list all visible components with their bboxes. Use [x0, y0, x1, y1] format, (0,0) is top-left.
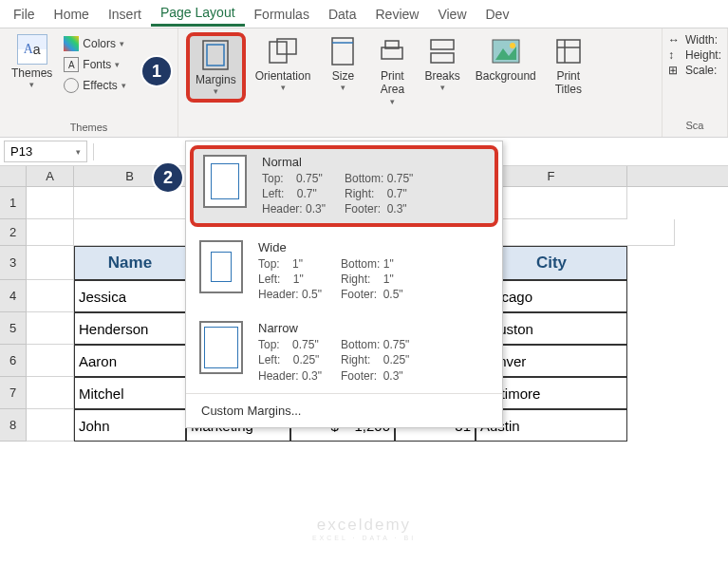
ribbon-tabs: File Home Insert Page Layout Formulas Da… [0, 0, 728, 28]
group-scale: ↔Width: ↕Height: ⊞Scale: Sca [663, 28, 728, 137]
tab-dev[interactable]: Dev [476, 3, 519, 26]
tab-insert[interactable]: Insert [99, 3, 151, 26]
custom-margins-button[interactable]: Custom Margins... [186, 393, 502, 427]
size-button[interactable]: Size▾ [320, 32, 365, 95]
margins-dropdown: Normal Top: 0.75"Left: 0.7"Header: 0.3" … [185, 141, 503, 428]
svg-rect-4 [332, 38, 353, 65]
margin-wide-icon [199, 240, 243, 293]
background-icon [489, 35, 523, 67]
group-label-themes: Themes [8, 120, 170, 135]
tab-review[interactable]: Review [366, 3, 429, 26]
tab-home[interactable]: Home [45, 3, 99, 26]
height-icon: ↕ [668, 48, 681, 62]
callout-2: 2 [152, 161, 184, 194]
margins-icon [198, 39, 233, 71]
tab-page-layout[interactable]: Page Layout [151, 1, 245, 27]
group-page-setup: Margins▾ Orientation▾ Size▾ Print Area▾ … [178, 28, 663, 137]
callout-1: 1 [140, 55, 173, 87]
breaks-icon [425, 35, 459, 67]
tab-file[interactable]: File [4, 3, 45, 26]
orientation-button[interactable]: Orientation▾ [250, 32, 317, 95]
svg-point-12 [510, 43, 515, 48]
print-area-icon [375, 35, 409, 67]
effects-button[interactable]: Effects▾ [60, 76, 129, 95]
chevron-down-icon: ▾ [76, 147, 81, 157]
height-control[interactable]: ↕Height: [668, 47, 721, 63]
margins-button[interactable]: Margins▾ [186, 32, 246, 103]
ribbon-content: Aa Themes ▾ Colors▾ AFonts▾ Effects▾ The… [0, 28, 728, 138]
effects-icon [64, 78, 79, 93]
svg-rect-1 [207, 45, 224, 66]
themes-button[interactable]: Aa Themes ▾ [8, 32, 56, 91]
themes-icon: Aa [17, 34, 47, 65]
background-button[interactable]: Background [470, 32, 542, 85]
breaks-button[interactable]: Breaks▾ [419, 32, 465, 95]
svg-rect-6 [382, 47, 402, 59]
header-name[interactable]: Name [74, 246, 186, 280]
margins-option-narrow[interactable]: Narrow Top: 0.75"Left: 0.25"Header: 0.3"… [186, 311, 502, 393]
margins-option-wide[interactable]: Wide Top: 1"Left: 1"Header: 0.5" Bottom:… [186, 231, 502, 312]
svg-rect-8 [431, 40, 454, 49]
size-icon [326, 35, 360, 67]
name-box[interactable]: P13▾ [4, 141, 87, 162]
select-all[interactable] [0, 166, 27, 186]
tab-view[interactable]: View [428, 3, 476, 26]
margin-narrow-icon [199, 321, 243, 374]
svg-rect-13 [557, 40, 580, 63]
print-area-button[interactable]: Print Area▾ [369, 32, 415, 109]
width-control[interactable]: ↔Width: [668, 32, 721, 47]
colors-button[interactable]: Colors▾ [60, 34, 129, 53]
margin-normal-icon [203, 155, 247, 208]
print-titles-button[interactable]: Print Titles [546, 32, 591, 100]
print-titles-icon [551, 35, 586, 67]
chevron-down-icon: ▾ [29, 80, 34, 89]
tab-formulas[interactable]: Formulas [245, 3, 319, 26]
margins-option-normal[interactable]: Normal Top: 0.75"Left: 0.7"Header: 0.3" … [190, 145, 498, 227]
fonts-icon: A [64, 57, 79, 72]
orientation-icon [266, 35, 300, 67]
group-themes: Aa Themes ▾ Colors▾ AFonts▾ Effects▾ The… [0, 28, 178, 137]
scale-icon: ⊞ [668, 64, 681, 77]
fonts-button[interactable]: AFonts▾ [60, 55, 129, 74]
tab-data[interactable]: Data [319, 3, 366, 26]
scale-control[interactable]: ⊞Scale: [668, 63, 721, 78]
width-icon: ↔ [668, 33, 681, 47]
col-a[interactable]: A [27, 166, 74, 186]
svg-rect-2 [270, 42, 287, 63]
colors-icon [64, 36, 79, 51]
svg-rect-9 [431, 53, 454, 63]
watermark: exceldemy EXCEL · DATA · BI [312, 516, 416, 541]
